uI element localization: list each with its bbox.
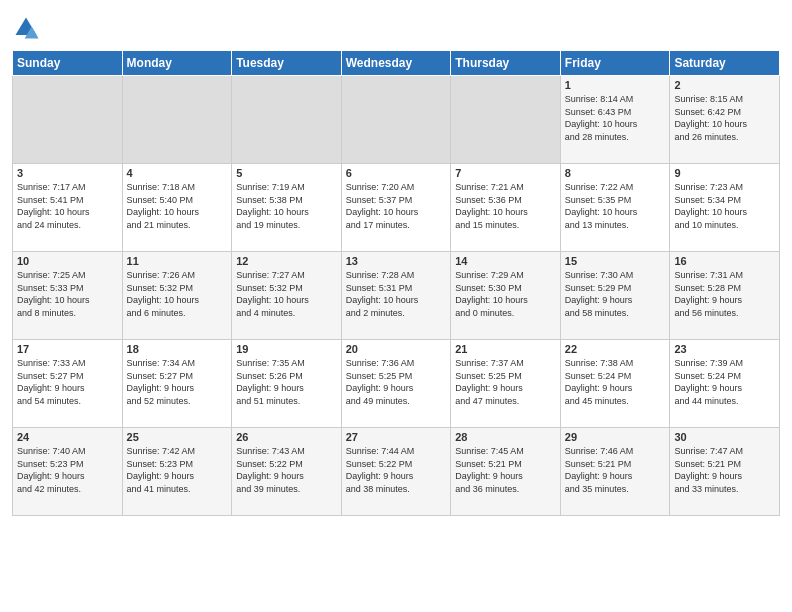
day-cell: 8Sunrise: 7:22 AM Sunset: 5:35 PM Daylig… [560, 164, 670, 252]
day-number: 3 [17, 167, 118, 179]
col-header-wednesday: Wednesday [341, 51, 451, 76]
day-info: Sunrise: 7:25 AM Sunset: 5:33 PM Dayligh… [17, 269, 118, 319]
day-number: 16 [674, 255, 775, 267]
logo-icon [12, 14, 40, 42]
day-number: 7 [455, 167, 556, 179]
day-info: Sunrise: 8:15 AM Sunset: 6:42 PM Dayligh… [674, 93, 775, 143]
day-number: 12 [236, 255, 337, 267]
day-cell: 10Sunrise: 7:25 AM Sunset: 5:33 PM Dayli… [13, 252, 123, 340]
col-header-tuesday: Tuesday [232, 51, 342, 76]
day-number: 5 [236, 167, 337, 179]
day-cell: 28Sunrise: 7:45 AM Sunset: 5:21 PM Dayli… [451, 428, 561, 516]
day-number: 22 [565, 343, 666, 355]
day-cell [232, 76, 342, 164]
day-info: Sunrise: 7:36 AM Sunset: 5:25 PM Dayligh… [346, 357, 447, 407]
day-number: 11 [127, 255, 228, 267]
header-row: SundayMondayTuesdayWednesdayThursdayFrid… [13, 51, 780, 76]
day-cell: 4Sunrise: 7:18 AM Sunset: 5:40 PM Daylig… [122, 164, 232, 252]
day-info: Sunrise: 7:23 AM Sunset: 5:34 PM Dayligh… [674, 181, 775, 231]
week-row-3: 10Sunrise: 7:25 AM Sunset: 5:33 PM Dayli… [13, 252, 780, 340]
day-number: 19 [236, 343, 337, 355]
day-cell: 21Sunrise: 7:37 AM Sunset: 5:25 PM Dayli… [451, 340, 561, 428]
col-header-monday: Monday [122, 51, 232, 76]
day-cell [451, 76, 561, 164]
calendar-container: SundayMondayTuesdayWednesdayThursdayFrid… [0, 0, 792, 526]
day-number: 23 [674, 343, 775, 355]
day-cell: 16Sunrise: 7:31 AM Sunset: 5:28 PM Dayli… [670, 252, 780, 340]
day-number: 27 [346, 431, 447, 443]
day-info: Sunrise: 7:39 AM Sunset: 5:24 PM Dayligh… [674, 357, 775, 407]
col-header-thursday: Thursday [451, 51, 561, 76]
day-info: Sunrise: 7:47 AM Sunset: 5:21 PM Dayligh… [674, 445, 775, 495]
day-number: 28 [455, 431, 556, 443]
day-info: Sunrise: 7:29 AM Sunset: 5:30 PM Dayligh… [455, 269, 556, 319]
day-number: 1 [565, 79, 666, 91]
day-cell: 27Sunrise: 7:44 AM Sunset: 5:22 PM Dayli… [341, 428, 451, 516]
day-info: Sunrise: 7:35 AM Sunset: 5:26 PM Dayligh… [236, 357, 337, 407]
day-cell [341, 76, 451, 164]
day-cell: 26Sunrise: 7:43 AM Sunset: 5:22 PM Dayli… [232, 428, 342, 516]
day-cell: 14Sunrise: 7:29 AM Sunset: 5:30 PM Dayli… [451, 252, 561, 340]
calendar-table: SundayMondayTuesdayWednesdayThursdayFrid… [12, 50, 780, 516]
day-cell: 19Sunrise: 7:35 AM Sunset: 5:26 PM Dayli… [232, 340, 342, 428]
day-cell: 13Sunrise: 7:28 AM Sunset: 5:31 PM Dayli… [341, 252, 451, 340]
day-info: Sunrise: 7:22 AM Sunset: 5:35 PM Dayligh… [565, 181, 666, 231]
day-info: Sunrise: 7:17 AM Sunset: 5:41 PM Dayligh… [17, 181, 118, 231]
week-row-4: 17Sunrise: 7:33 AM Sunset: 5:27 PM Dayli… [13, 340, 780, 428]
day-cell: 24Sunrise: 7:40 AM Sunset: 5:23 PM Dayli… [13, 428, 123, 516]
day-number: 4 [127, 167, 228, 179]
col-header-friday: Friday [560, 51, 670, 76]
day-number: 20 [346, 343, 447, 355]
day-cell: 25Sunrise: 7:42 AM Sunset: 5:23 PM Dayli… [122, 428, 232, 516]
day-cell: 3Sunrise: 7:17 AM Sunset: 5:41 PM Daylig… [13, 164, 123, 252]
day-number: 24 [17, 431, 118, 443]
day-cell: 9Sunrise: 7:23 AM Sunset: 5:34 PM Daylig… [670, 164, 780, 252]
day-info: Sunrise: 8:14 AM Sunset: 6:43 PM Dayligh… [565, 93, 666, 143]
day-info: Sunrise: 7:31 AM Sunset: 5:28 PM Dayligh… [674, 269, 775, 319]
day-info: Sunrise: 7:37 AM Sunset: 5:25 PM Dayligh… [455, 357, 556, 407]
day-cell: 17Sunrise: 7:33 AM Sunset: 5:27 PM Dayli… [13, 340, 123, 428]
day-cell: 23Sunrise: 7:39 AM Sunset: 5:24 PM Dayli… [670, 340, 780, 428]
day-info: Sunrise: 7:34 AM Sunset: 5:27 PM Dayligh… [127, 357, 228, 407]
day-number: 21 [455, 343, 556, 355]
day-number: 30 [674, 431, 775, 443]
day-number: 17 [17, 343, 118, 355]
day-cell: 5Sunrise: 7:19 AM Sunset: 5:38 PM Daylig… [232, 164, 342, 252]
day-number: 26 [236, 431, 337, 443]
day-number: 8 [565, 167, 666, 179]
day-number: 10 [17, 255, 118, 267]
day-info: Sunrise: 7:30 AM Sunset: 5:29 PM Dayligh… [565, 269, 666, 319]
day-info: Sunrise: 7:21 AM Sunset: 5:36 PM Dayligh… [455, 181, 556, 231]
week-row-1: 1Sunrise: 8:14 AM Sunset: 6:43 PM Daylig… [13, 76, 780, 164]
day-cell: 6Sunrise: 7:20 AM Sunset: 5:37 PM Daylig… [341, 164, 451, 252]
day-cell: 29Sunrise: 7:46 AM Sunset: 5:21 PM Dayli… [560, 428, 670, 516]
day-cell: 12Sunrise: 7:27 AM Sunset: 5:32 PM Dayli… [232, 252, 342, 340]
day-info: Sunrise: 7:33 AM Sunset: 5:27 PM Dayligh… [17, 357, 118, 407]
day-number: 13 [346, 255, 447, 267]
day-cell [13, 76, 123, 164]
day-cell: 2Sunrise: 8:15 AM Sunset: 6:42 PM Daylig… [670, 76, 780, 164]
day-number: 6 [346, 167, 447, 179]
day-cell [122, 76, 232, 164]
day-info: Sunrise: 7:18 AM Sunset: 5:40 PM Dayligh… [127, 181, 228, 231]
day-info: Sunrise: 7:27 AM Sunset: 5:32 PM Dayligh… [236, 269, 337, 319]
day-cell: 1Sunrise: 8:14 AM Sunset: 6:43 PM Daylig… [560, 76, 670, 164]
day-cell: 15Sunrise: 7:30 AM Sunset: 5:29 PM Dayli… [560, 252, 670, 340]
day-info: Sunrise: 7:38 AM Sunset: 5:24 PM Dayligh… [565, 357, 666, 407]
day-cell: 22Sunrise: 7:38 AM Sunset: 5:24 PM Dayli… [560, 340, 670, 428]
day-number: 15 [565, 255, 666, 267]
header-area [12, 10, 780, 42]
day-info: Sunrise: 7:46 AM Sunset: 5:21 PM Dayligh… [565, 445, 666, 495]
day-info: Sunrise: 7:40 AM Sunset: 5:23 PM Dayligh… [17, 445, 118, 495]
day-info: Sunrise: 7:26 AM Sunset: 5:32 PM Dayligh… [127, 269, 228, 319]
day-cell: 30Sunrise: 7:47 AM Sunset: 5:21 PM Dayli… [670, 428, 780, 516]
logo [12, 14, 44, 42]
col-header-saturday: Saturday [670, 51, 780, 76]
day-info: Sunrise: 7:44 AM Sunset: 5:22 PM Dayligh… [346, 445, 447, 495]
day-cell: 11Sunrise: 7:26 AM Sunset: 5:32 PM Dayli… [122, 252, 232, 340]
day-cell: 7Sunrise: 7:21 AM Sunset: 5:36 PM Daylig… [451, 164, 561, 252]
week-row-5: 24Sunrise: 7:40 AM Sunset: 5:23 PM Dayli… [13, 428, 780, 516]
day-info: Sunrise: 7:19 AM Sunset: 5:38 PM Dayligh… [236, 181, 337, 231]
day-info: Sunrise: 7:45 AM Sunset: 5:21 PM Dayligh… [455, 445, 556, 495]
day-number: 14 [455, 255, 556, 267]
